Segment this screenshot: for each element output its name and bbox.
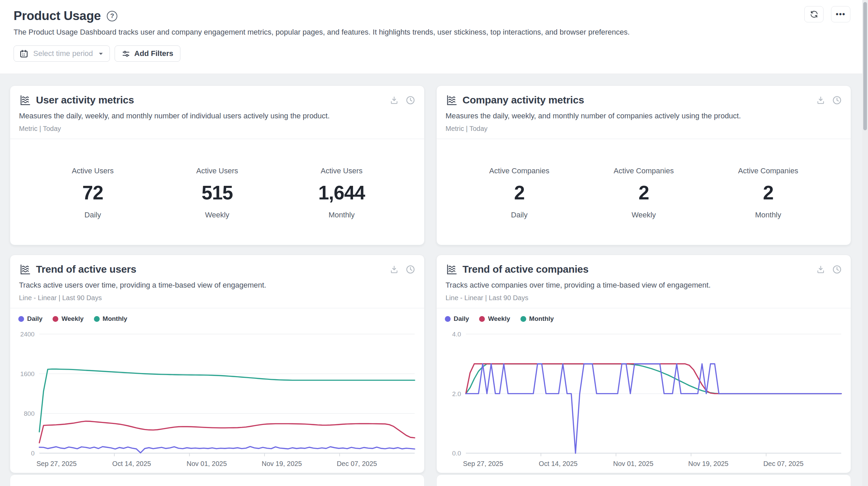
legend-dot (479, 316, 485, 322)
card-trend-active-companies: Trend of active companies Tracks active … (436, 255, 851, 473)
chart-legend: Daily Weekly Monthly (18, 315, 416, 323)
download-icon[interactable] (390, 265, 399, 274)
card-title: Trend of active users (36, 264, 385, 275)
clock-icon[interactable] (406, 265, 415, 274)
dashboard-grid: User activity metrics Measures the daily… (0, 74, 868, 473)
metric-weekly: Active Users 515 Weekly (155, 167, 279, 219)
chart-line-icon (19, 94, 31, 106)
metric-label: Active Users (279, 167, 404, 175)
svg-text:Dec 07, 2025: Dec 07, 2025 (337, 460, 377, 467)
metric-value: 2 (706, 181, 830, 204)
page-title: Product Usage (14, 9, 101, 23)
legend-item-daily[interactable]: Daily (445, 315, 469, 323)
line-chart-plot: 0.02.04.0Sep 27, 2025Oct 14, 2025Nov 01,… (445, 325, 843, 472)
svg-text:Nov 19, 2025: Nov 19, 2025 (262, 460, 302, 467)
card-meta: Line - Linear | Last 90 Days (446, 294, 842, 302)
legend-item-monthly[interactable]: Monthly (520, 315, 554, 323)
metric-label: Active Companies (457, 167, 581, 175)
card-description: Measures the daily, weekly, and monthly … (446, 112, 842, 120)
metric-value: 515 (155, 181, 279, 204)
legend-dot (445, 316, 451, 322)
svg-text:Nov 01, 2025: Nov 01, 2025 (613, 460, 653, 467)
download-icon[interactable] (816, 96, 825, 105)
card-stub-right (436, 474, 851, 486)
refresh-button[interactable] (804, 6, 824, 22)
more-button[interactable]: ••• (831, 6, 850, 22)
card-title: User activity metrics (36, 94, 385, 106)
metric-label: Active Users (31, 167, 155, 175)
page-header: Product Usage ? The Product Usage Dashbo… (0, 0, 868, 74)
svg-text:Dec 07, 2025: Dec 07, 2025 (763, 460, 804, 467)
card-meta: Metric | Today (19, 125, 415, 133)
scrollbar-track[interactable] (862, 0, 868, 486)
metric-value: 2 (581, 181, 706, 204)
card-company-activity-metrics: Company activity metrics Measures the da… (436, 85, 851, 245)
page-description: The Product Usage Dashboard tracks user … (14, 28, 850, 37)
card-description: Tracks active users over time, providing… (19, 281, 415, 290)
line-chart-active-companies[interactable]: 0.02.04.0Sep 27, 2025Oct 14, 2025Nov 01,… (445, 325, 843, 473)
download-icon[interactable] (816, 265, 825, 274)
time-period-placeholder: Select time period (33, 49, 93, 58)
svg-text:Nov 19, 2025: Nov 19, 2025 (688, 460, 729, 467)
chart-line-icon (446, 263, 458, 275)
metric-label: Active Companies (581, 167, 706, 175)
refresh-icon (810, 10, 818, 19)
card-stub-left (10, 474, 425, 486)
line-chart-active-users[interactable]: 080016002400Sep 27, 2025Oct 14, 2025Nov … (18, 325, 416, 473)
card-title: Trend of active companies (462, 264, 811, 275)
line-chart-plot: 080016002400Sep 27, 2025Oct 14, 2025Nov … (18, 325, 416, 472)
chart-legend: Daily Weekly Monthly (445, 315, 843, 323)
svg-text:2400: 2400 (20, 331, 35, 338)
metric-period: Weekly (581, 211, 706, 219)
clock-icon[interactable] (832, 265, 842, 274)
legend-item-weekly[interactable]: Weekly (53, 315, 83, 323)
clock-icon[interactable] (406, 95, 415, 105)
metric-period: Daily (457, 211, 581, 219)
metric-value: 72 (31, 181, 155, 204)
add-filters-button[interactable]: Add Filters (115, 45, 180, 62)
svg-text:Oct 14, 2025: Oct 14, 2025 (112, 460, 151, 467)
card-description: Measures the daily, weekly, and monthly … (19, 112, 415, 120)
metric-daily: Active Companies 2 Daily (457, 167, 581, 219)
svg-text:0.0: 0.0 (452, 450, 461, 457)
chart-line-icon (446, 94, 458, 106)
help-icon[interactable]: ? (107, 11, 117, 21)
legend-dot (94, 316, 100, 322)
card-user-activity-metrics: User activity metrics Measures the daily… (10, 85, 425, 245)
metric-monthly: Active Companies 2 Monthly (706, 167, 830, 219)
metric-period: Monthly (279, 211, 404, 219)
scrollbar-thumb[interactable] (863, 2, 867, 130)
legend-item-daily[interactable]: Daily (18, 315, 42, 323)
metric-label: Active Companies (706, 167, 830, 175)
more-icon: ••• (836, 11, 846, 18)
card-trend-active-users: Trend of active users Tracks active user… (10, 255, 425, 473)
legend-item-monthly[interactable]: Monthly (94, 315, 127, 323)
filters-icon (122, 50, 130, 58)
metric-daily: Active Users 72 Daily (31, 167, 155, 219)
svg-text:1600: 1600 (20, 370, 35, 377)
clock-icon[interactable] (832, 95, 842, 105)
add-filters-label: Add Filters (134, 49, 173, 58)
metric-monthly: Active Users 1,644 Monthly (279, 167, 404, 219)
card-description: Tracks active companies over time, provi… (446, 281, 842, 290)
metric-period: Monthly (706, 211, 830, 219)
legend-item-weekly[interactable]: Weekly (479, 315, 510, 323)
download-icon[interactable] (390, 96, 399, 105)
chevron-down-icon (98, 51, 104, 57)
time-period-select[interactable]: Select time period (14, 45, 110, 62)
legend-dot (520, 316, 526, 322)
svg-text:Oct 14, 2025: Oct 14, 2025 (539, 460, 577, 467)
next-row-cards (0, 473, 868, 486)
card-meta: Metric | Today (446, 125, 842, 133)
svg-text:0: 0 (31, 450, 35, 457)
svg-text:2.0: 2.0 (452, 390, 461, 397)
metric-period: Daily (31, 211, 155, 219)
legend-dot (18, 316, 24, 322)
card-meta: Line - Linear | Last 90 Days (19, 294, 415, 302)
metric-label: Active Users (155, 167, 279, 175)
legend-dot (53, 316, 58, 322)
chart-line-icon (19, 263, 31, 275)
metric-value: 1,644 (279, 181, 404, 204)
svg-text:Sep 27, 2025: Sep 27, 2025 (463, 460, 503, 467)
card-title: Company activity metrics (462, 94, 811, 106)
